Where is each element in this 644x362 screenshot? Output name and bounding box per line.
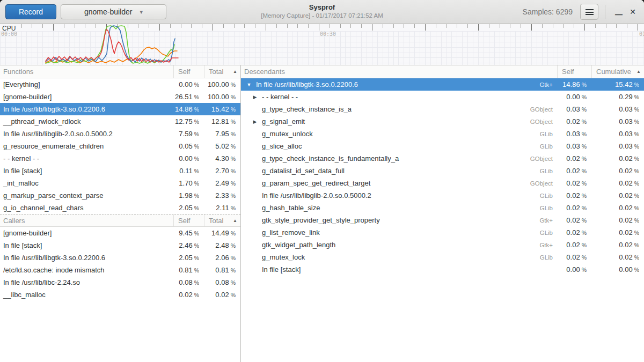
table-row[interactable]: _int_malloc1.70%2.49% [0,177,240,189]
table-row[interactable]: In file /usr/lib/libgtk-3.so.0.2200.62.0… [0,252,240,264]
cumulative-column-header[interactable]: Cumulative▲ [591,65,644,78]
table-row[interactable]: In file /usr/lib/libgtk-3.so.0.2200.614.… [0,103,240,115]
table-row[interactable]: [gnome-builder]26.51%100.00% [0,91,240,103]
function-name: g_mutex_unlock [259,130,513,138]
function-name: __pthread_rwlock_rdlock [0,117,173,125]
cumulative-percent: 0.03% [591,130,644,138]
cumulative-column-label: Cumulative [596,68,631,76]
self-column-header[interactable]: Self [557,65,591,78]
table-row[interactable]: In file [stack]0.11%2.70% [0,165,240,177]
total-percent: 2.11% [204,204,240,212]
self-percent: 0.02% [557,154,591,162]
function-name: In file /usr/lib/libglib-2.0.so.0.5000.2 [0,130,173,138]
tree-row[interactable]: gtk_style_provider_get_style_propertyGtk… [241,214,644,226]
library-tag: GObject [513,180,557,187]
percent-sign: % [194,180,199,187]
function-name: g_resource_enumerate_children [0,142,173,150]
expander-icon[interactable]: ▶ [251,94,259,100]
tree-row[interactable]: g_slice_allocGLib0.03%0.03% [241,140,644,152]
self-percent: 0.02% [557,117,591,125]
percent-sign: % [582,230,587,236]
table-row[interactable]: [Everything]0.00%100.00% [0,78,240,91]
function-name: [gnome-builder] [0,93,173,101]
tree-row[interactable]: g_hash_table_sizeGLib0.02%0.02% [241,202,644,214]
table-row[interactable]: In file /usr/lib/libglib-2.0.so.0.5000.2… [0,128,240,140]
percent-sign: % [582,168,587,174]
percent-sign: % [634,267,639,273]
library-tag: GLib [513,131,557,137]
tree-row[interactable]: ▶g_signal_emitGObject0.02%0.03% [241,115,644,128]
total-percent: 14.49% [204,229,240,237]
close-button[interactable]: ✕ [626,5,640,19]
expander-icon[interactable]: ▼ [245,82,253,87]
function-name: In file /usr/lib/libglib-2.0.so.0.5000.2 [259,191,513,200]
headerbar-right: Samples: 6299 — ✕ [523,4,640,20]
table-row[interactable]: In file /usr/lib/libc-2.24.so0.08%0.08% [0,276,240,289]
cpu-visualizer[interactable]: CPU 00:00 00:30 01:00 [0,24,644,65]
total-column-header[interactable]: Total▲ [204,65,240,78]
total-percent: 5.02% [204,142,240,150]
self-column-header[interactable]: Self [173,215,204,226]
self-percent: 2.46% [173,241,204,249]
table-row[interactable]: - - kernel - -0.00%4.30% [0,152,240,165]
percent-sign: % [194,267,199,274]
table-row[interactable]: /etc/ld.so.cache: inode mismatch0.81%0.8… [0,264,240,276]
table-row[interactable]: g_resource_enumerate_children0.05%5.02% [0,140,240,152]
table-row[interactable]: g_markup_parse_context_parse1.98%2.33% [0,189,240,202]
library-tag: GObject [513,119,557,125]
callers-column-header[interactable]: Callers [0,217,173,225]
minimize-button[interactable]: — [612,5,626,19]
functions-column-header[interactable]: Functions [0,68,173,76]
expander-icon[interactable]: ▶ [251,119,259,124]
self-percent: 0.11% [173,167,204,175]
tree-row[interactable]: g_list_remove_linkGLib0.02%0.02% [241,226,644,239]
table-row[interactable]: __libc_malloc0.02%0.02% [0,289,240,301]
percent-sign: % [194,82,199,88]
function-name: [gnome-builder] [0,229,173,237]
total-column-label: Total [209,217,223,225]
tree-row[interactable]: g_param_spec_get_redirect_targetGObject0… [241,177,644,189]
cumulative-percent: 15.42% [591,80,644,88]
self-percent: 9.45% [173,229,204,237]
tree-row[interactable]: g_type_check_instance_is_aGObject0.03%0.… [241,103,644,115]
function-name: g_datalist_id_set_data_full [259,167,513,175]
function-name: - - kernel - - [259,93,513,101]
self-column-header[interactable]: Self [173,65,204,78]
table-row[interactable]: __pthread_rwlock_rdlock12.75%12.81% [0,115,240,128]
cpu-blue [46,26,175,62]
function-name: In file /usr/lib/libgtk-3.so.0.2200.6 [253,80,513,88]
percent-sign: % [634,94,639,100]
tree-row[interactable]: In file [stack]0.00%0.00% [241,263,644,276]
percent-sign: % [634,168,639,174]
percent-sign: % [582,217,587,224]
tree-row[interactable]: g_mutex_lockGLib0.02%0.02% [241,251,644,263]
tree-row[interactable]: In file /usr/lib/libglib-2.0.so.0.5000.2… [241,189,644,202]
table-row[interactable]: [gnome-builder]9.45%14.49% [0,227,240,239]
target-selector[interactable]: gnome-builder ▾ [61,4,166,19]
record-button[interactable]: Record [5,4,56,19]
percent-sign: % [231,94,236,100]
tree-row[interactable]: ▼In file /usr/lib/libgtk-3.so.0.2200.6Gt… [241,78,644,91]
tree-row[interactable]: ▶- - kernel - -0.00%0.29% [241,91,644,103]
descendants-column-header[interactable]: Descendants [241,68,557,76]
menu-button[interactable] [580,4,598,20]
total-column-header[interactable]: Total▲ [204,215,240,226]
function-name: In file [stack] [0,167,173,175]
library-tag: Gtk+ [513,82,557,88]
table-row[interactable]: In file [stack]2.46%2.48% [0,239,240,252]
percent-sign: % [582,267,587,273]
self-percent: 26.51% [173,93,204,101]
tree-row[interactable]: g_datalist_id_set_data_fullGLib0.02%0.02… [241,165,644,177]
percent-sign: % [231,168,236,174]
percent-sign: % [231,106,236,113]
percent-sign: % [231,242,236,249]
tree-row[interactable]: g_type_check_instance_is_fundamentally_a… [241,152,644,165]
self-percent: 1.98% [173,191,204,200]
library-tag: GLib [513,168,557,174]
library-tag: GLib [513,230,557,236]
percent-sign: % [582,254,587,261]
tree-row[interactable]: gtk_widget_path_lengthGtk+0.02%0.02% [241,239,644,251]
table-row[interactable]: g_io_channel_read_chars2.05%2.11% [0,202,240,214]
total-percent: 2.06% [204,254,240,262]
tree-row[interactable]: g_mutex_unlockGLib0.03%0.03% [241,128,644,140]
